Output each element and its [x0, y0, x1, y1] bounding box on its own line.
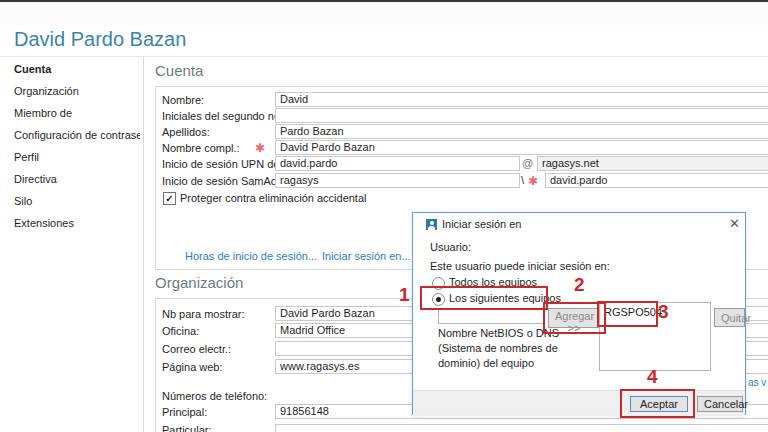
annotation-box-3: [597, 301, 658, 327]
user-icon: [426, 219, 437, 230]
at-sign-icon: @: [522, 157, 533, 169]
annotation-box-1: [420, 286, 548, 310]
full-name-field[interactable]: David Pardo Bazan: [275, 140, 768, 155]
log-on-to-link[interactable]: Iniciar sesión en...: [322, 250, 411, 262]
upn-domain-combobox[interactable]: ragasys.net: [537, 156, 768, 171]
sidebar-item-extensiones[interactable]: Extensiones: [14, 217, 140, 233]
phone-numbers-group-label: Números de teléfono:: [162, 390, 267, 402]
first-name-label: Nombre:: [162, 94, 204, 106]
office-label: Oficina:: [162, 325, 199, 337]
sidebar-item-cuenta[interactable]: Cuenta: [14, 63, 140, 79]
protect-deletion-label: Proteger contra eliminación accidental: [180, 192, 367, 204]
annotation-box-4: [620, 389, 695, 418]
home-phone-field[interactable]: [275, 424, 768, 432]
first-name-field[interactable]: David: [275, 92, 768, 107]
upn-logon-field[interactable]: david.pardo: [275, 156, 520, 171]
sam-account-field[interactable]: david.pardo: [545, 173, 768, 188]
account-section-header: Cuenta: [155, 62, 203, 79]
cancel-button[interactable]: Cancelar: [697, 396, 743, 412]
sam-domain-field[interactable]: ragasys: [275, 173, 520, 188]
netbios-help-line-2: (Sistema de nombres de: [438, 341, 559, 356]
email-label: Correo electr.:: [162, 343, 231, 355]
netbios-help-line-1: Nombre NetBIOS o DNS: [438, 326, 559, 341]
netbios-help-line-3: dominio) del equipo: [438, 356, 559, 371]
close-icon[interactable]: ✕: [729, 216, 740, 231]
annotation-step-3: 3: [658, 302, 669, 322]
sidebar-item-silo[interactable]: Silo: [14, 195, 140, 211]
backslash-separator: \: [521, 174, 524, 186]
clipped-link-fragment[interactable]: as v: [748, 377, 766, 388]
netbios-help-text: Nombre NetBIOS o DNS (Sistema de nombres…: [438, 326, 559, 371]
web-page-label: Página web:: [162, 361, 223, 373]
last-name-field[interactable]: Pardo Bazan: [275, 124, 768, 139]
title-separator: [0, 56, 768, 57]
middle-initials-field[interactable]: [275, 108, 768, 123]
sidebar-item-config-contrasena[interactable]: Configuración de contraseña: [14, 129, 140, 145]
organization-section-header: Organización: [155, 274, 243, 291]
logon-hours-link[interactable]: Horas de inicio de sesión...: [185, 250, 317, 262]
last-name-label: Apellidos:: [162, 126, 210, 138]
annotation-step-4: 4: [647, 367, 658, 387]
full-name-label: Nombre compl.:: [162, 142, 240, 154]
dialog-footer: [413, 390, 745, 415]
required-asterisk-icon: ✱: [528, 174, 538, 188]
display-name-label: Nb para mostrar:: [162, 308, 245, 320]
sidebar-item-directiva[interactable]: Directiva: [14, 173, 140, 189]
adac-user-properties-window: { "page": { "title": "David Pardo Bazan"…: [0, 0, 768, 432]
user-label: Usuario:: [430, 241, 471, 253]
sidebar-item-miembro-de[interactable]: Miembro de: [14, 107, 140, 123]
annotation-step-2: 2: [574, 275, 585, 295]
instruction-text: Este usuario puede iniciar sesión en:: [430, 260, 610, 272]
page-title: David Pardo Bazan: [14, 28, 186, 51]
sidebar-divider: [143, 57, 144, 432]
protect-deletion-checkbox[interactable]: ✓: [163, 192, 176, 205]
dialog-title: Iniciar sesión en: [442, 218, 522, 230]
sidebar-item-organizacion[interactable]: Organización: [14, 85, 140, 101]
header-band: [0, 2, 768, 26]
main-phone-label: Principal:: [162, 406, 207, 418]
annotation-step-1: 1: [399, 285, 410, 305]
computer-name-input[interactable]: [438, 308, 545, 324]
sidebar-item-perfil[interactable]: Perfil: [14, 151, 140, 167]
required-asterisk-icon: ✱: [255, 141, 265, 155]
home-phone-label: Particular:: [162, 424, 212, 432]
remove-button[interactable]: Quitar: [714, 308, 745, 327]
